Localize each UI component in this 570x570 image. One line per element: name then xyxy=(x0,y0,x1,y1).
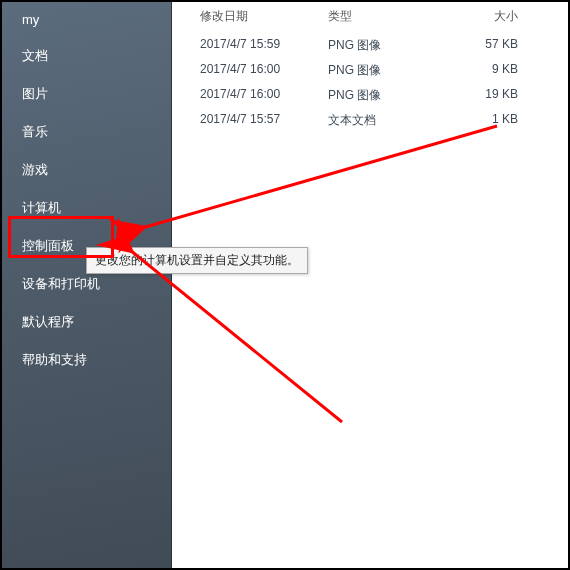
file-size: 19 KB xyxy=(434,87,524,104)
file-type: 文本文档 xyxy=(328,112,434,129)
sidebar-item-label: 文档 xyxy=(22,48,48,63)
file-size: 9 KB xyxy=(434,62,524,79)
sidebar-item-label: 帮助和支持 xyxy=(22,352,87,367)
sidebar-item-default-programs[interactable]: 默认程序 xyxy=(2,303,171,341)
file-size: 57 KB xyxy=(434,37,524,54)
file-size: 1 KB xyxy=(434,112,524,129)
file-row[interactable]: 2017/4/7 16:00PNG 图像9 KB xyxy=(172,58,568,83)
tooltip: 更改您的计算机设置并自定义其功能。 xyxy=(86,247,308,274)
sidebar-item-label: 音乐 xyxy=(22,124,48,139)
sidebar-item-computer[interactable]: 计算机 xyxy=(2,189,171,227)
column-header-type[interactable]: 类型 xyxy=(328,8,434,25)
start-menu-sidebar: my 文档 图片 音乐 游戏 计算机 控制面板 设备和打印机 默认程序 帮助和支… xyxy=(2,2,172,568)
sidebar-item-documents[interactable]: 文档 xyxy=(2,37,171,75)
file-row[interactable]: 2017/4/7 16:00PNG 图像19 KB xyxy=(172,83,568,108)
sidebar-item-label: 默认程序 xyxy=(22,314,74,329)
sidebar-item-label: 游戏 xyxy=(22,162,48,177)
file-row[interactable]: 2017/4/7 15:59PNG 图像57 KB xyxy=(172,33,568,58)
file-type: PNG 图像 xyxy=(328,87,434,104)
sidebar-item-label: 图片 xyxy=(22,86,48,101)
file-type: PNG 图像 xyxy=(328,62,434,79)
file-type: PNG 图像 xyxy=(328,37,434,54)
column-header-size[interactable]: 大小 xyxy=(434,8,524,25)
sidebar-item-games[interactable]: 游戏 xyxy=(2,151,171,189)
file-date: 2017/4/7 16:00 xyxy=(200,62,328,79)
sidebar-item-label: my xyxy=(22,12,39,27)
window-frame: my 文档 图片 音乐 游戏 计算机 控制面板 设备和打印机 默认程序 帮助和支… xyxy=(0,0,570,570)
sidebar-item-my[interactable]: my xyxy=(2,2,171,37)
file-date: 2017/4/7 15:59 xyxy=(200,37,328,54)
file-list-pane: 修改日期 类型 大小 2017/4/7 15:59PNG 图像57 KB2017… xyxy=(172,2,568,568)
file-date: 2017/4/7 16:00 xyxy=(200,87,328,104)
sidebar-item-label: 控制面板 xyxy=(22,238,74,253)
sidebar-item-music[interactable]: 音乐 xyxy=(2,113,171,151)
sidebar-item-label: 设备和打印机 xyxy=(22,276,100,291)
sidebar-item-pictures[interactable]: 图片 xyxy=(2,75,171,113)
column-header-row: 修改日期 类型 大小 xyxy=(172,2,568,33)
sidebar-item-help-support[interactable]: 帮助和支持 xyxy=(2,341,171,379)
column-header-date[interactable]: 修改日期 xyxy=(200,8,328,25)
file-date: 2017/4/7 15:57 xyxy=(200,112,328,129)
file-row[interactable]: 2017/4/7 15:57文本文档1 KB xyxy=(172,108,568,133)
sidebar-item-label: 计算机 xyxy=(22,200,61,215)
